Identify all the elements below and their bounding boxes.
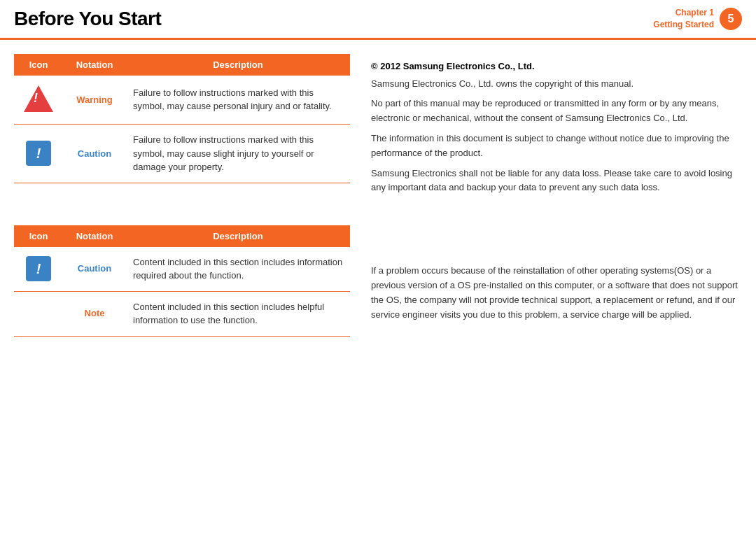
body-text-1: Samsung Electronics Co., Ltd. owns the c… (371, 77, 742, 92)
table1-col-description: Description (126, 54, 350, 76)
table2-header-row: Icon Notation Description (14, 225, 350, 247)
table-row: ! Caution Content included in this secti… (14, 247, 350, 292)
description-cell-caution2: Content included in this section include… (126, 247, 350, 292)
header-right: Chapter 1 Getting Started 5 (653, 7, 742, 31)
icon-cell-caution: ! (14, 125, 63, 183)
chapter-sub: Getting Started (653, 19, 714, 31)
caution-icon: ! (26, 141, 51, 166)
notation-table-1: Icon Notation Description Warning Failur… (14, 54, 350, 183)
warning-icon (24, 84, 53, 113)
main-content: Icon Notation Description Warning Failur… (0, 40, 756, 533)
icon-cell-note (14, 291, 63, 336)
notation-cell-note: Note (63, 291, 126, 336)
description-cell-caution: Failure to follow instructions marked wi… (126, 125, 350, 183)
right-spacer-2 (371, 222, 742, 243)
warning-triangle (24, 85, 53, 112)
caution-icon-2: ! (26, 256, 51, 281)
page-header: Before You Start Chapter 1 Getting Start… (0, 0, 756, 40)
table-row: ! Caution Failure to follow instructions… (14, 125, 350, 183)
left-column: Icon Notation Description Warning Failur… (14, 54, 350, 519)
page-title: Before You Start (14, 8, 161, 30)
notation-cell-warning: Warning (63, 76, 126, 125)
right-column: © 2012 Samsung Electronics Co., Ltd. Sam… (371, 54, 742, 519)
body-text-4: Samsung Electronics shall not be liable … (371, 167, 742, 196)
notation-cell-caution: Caution (63, 125, 126, 183)
spacer (14, 204, 350, 225)
chapter-info: Chapter 1 Getting Started (653, 7, 714, 31)
right-bottom-section: If a problem occurs because of the reins… (371, 264, 742, 322)
table2-col-notation: Notation (63, 225, 126, 247)
table2-col-icon: Icon (14, 225, 63, 247)
table-row: Note Content included in this section in… (14, 291, 350, 336)
notation-table-2: Icon Notation Description ! Caution Cont… (14, 225, 350, 337)
chapter-label: Chapter 1 (653, 7, 714, 19)
right-top-section: © 2012 Samsung Electronics Co., Ltd. Sam… (371, 61, 742, 196)
page-number: 5 (720, 8, 742, 30)
description-cell-warning: Failure to follow instructions marked wi… (126, 76, 350, 125)
right-spacer (371, 201, 742, 222)
table1-col-icon: Icon (14, 54, 63, 76)
icon-cell-warning (14, 76, 63, 125)
icon-cell-caution2: ! (14, 247, 63, 292)
table2-col-description: Description (126, 225, 350, 247)
table-row: Warning Failure to follow instructions m… (14, 76, 350, 125)
table1-header-row: Icon Notation Description (14, 54, 350, 76)
body-text-3: The information in this document is subj… (371, 132, 742, 161)
body-text-5: If a problem occurs because of the reins… (371, 264, 742, 322)
notation-cell-caution2: Caution (63, 247, 126, 292)
body-text-2: No part of this manual may be reproduced… (371, 97, 742, 126)
copyright-text: © 2012 Samsung Electronics Co., Ltd. (371, 61, 742, 71)
description-cell-note: Content included in this section include… (126, 291, 350, 336)
table1-col-notation: Notation (63, 54, 126, 76)
